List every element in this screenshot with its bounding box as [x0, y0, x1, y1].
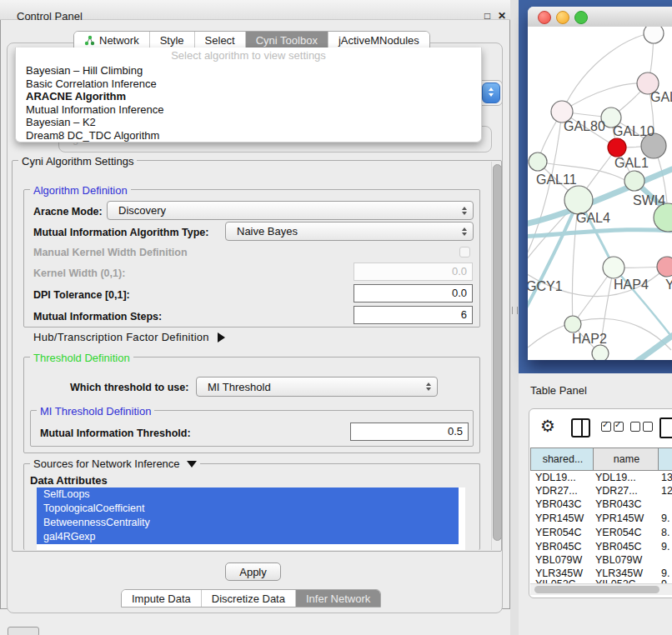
- settings-scrollbar[interactable]: [491, 162, 501, 550]
- table-cell[interactable]: YBR043C: [595, 498, 642, 512]
- tab-jactivemnodules[interactable]: jActiveMNodules: [328, 32, 429, 48]
- node-swi4[interactable]: [624, 171, 644, 191]
- table-cell[interactable]: YBR043C: [535, 498, 582, 512]
- network-canvas[interactable]: GAL GAL80 GAL10 GAL1 GAL11 SWI4 GAL4 GCY…: [528, 27, 672, 360]
- node-gal4[interactable]: [564, 186, 593, 214]
- combo-spinner-focused[interactable]: [482, 82, 500, 103]
- edges-teal: [528, 160, 672, 360]
- table-scrollbar-thumb[interactable]: [534, 586, 659, 593]
- node-bottom[interactable]: [592, 345, 609, 360]
- which-threshold-combo[interactable]: MI Threshold: [196, 377, 438, 397]
- network-icon: [84, 35, 95, 46]
- hub-definition-label: Hub/Transcription Factor Definition: [33, 331, 209, 343]
- minimize-window-icon[interactable]: [556, 11, 569, 24]
- column-header-shared-label: shared...: [543, 453, 584, 465]
- mi-threshold-input[interactable]: 0.5: [350, 422, 469, 441]
- table-cell[interactable]: 12: [661, 484, 672, 498]
- table-cell[interactable]: YBL079W: [535, 553, 582, 568]
- data-attributes-list: SelfLoops TopologicalCoefficient Between…: [37, 488, 465, 550]
- algorithm-dropdown-placeholder[interactable]: Select algorithm to view settings: [16, 48, 481, 64]
- column-header-shared[interactable]: shared...: [530, 448, 595, 471]
- threshold-title: Threshold Definition: [30, 352, 133, 364]
- table-cell[interactable]: 13: [661, 471, 672, 485]
- bottom-tabstrip: Impute Data Discretize Data Infer Networ…: [121, 589, 381, 608]
- tab-discretize-data[interactable]: Discretize Data: [201, 590, 295, 607]
- column-header-name[interactable]: name: [593, 448, 660, 471]
- manual-kernel-label: Manual Kernel Width Definition: [33, 247, 188, 258]
- hub-definition-expander[interactable]: Hub/Transcription Factor Definition: [33, 331, 225, 343]
- tab-infer-network-label: Infer Network: [306, 592, 370, 605]
- kernel-width-input[interactable]: 0.0: [354, 262, 473, 281]
- apply-button[interactable]: Apply: [225, 562, 281, 581]
- dropdown-item[interactable]: Bayesian – Hill Climbing: [16, 64, 481, 78]
- table-cell[interactable]: 9.: [661, 540, 669, 554]
- dropdown-item-selected[interactable]: ARACNE Algorithm: [16, 90, 481, 103]
- collapsed-toolbar-button[interactable]: [8, 627, 39, 635]
- table-cell[interactable]: YDR27...: [595, 484, 638, 498]
- node-y-partial[interactable]: [657, 257, 672, 277]
- close-window-icon[interactable]: [538, 11, 551, 24]
- table-widget: ⚙ shared... name YDL19... YDL19... 13 YD…: [529, 408, 672, 598]
- tab-infer-network[interactable]: Infer Network: [295, 590, 380, 607]
- node-gal11[interactable]: [529, 152, 547, 171]
- table-cell[interactable]: YBL079W: [595, 553, 642, 568]
- sources-expander[interactable]: Sources for Network Inference: [30, 458, 200, 470]
- node-label-gal11: GAL11: [536, 172, 577, 188]
- column-header-name-label: name: [614, 453, 639, 465]
- table-cell[interactable]: YDL19...: [595, 471, 636, 485]
- close-panel-icon[interactable]: ✕: [498, 10, 506, 22]
- table-cell[interactable]: YER054C: [535, 526, 582, 540]
- manual-kernel-checkbox[interactable]: [459, 247, 470, 258]
- table-cell[interactable]: YDR27...: [535, 484, 578, 498]
- zoom-window-icon[interactable]: [574, 11, 588, 24]
- attribute-item-selected[interactable]: BetweennessCentrality: [37, 516, 459, 530]
- node-label-gal-partial: GAL: [650, 90, 672, 105]
- float-panel-icon[interactable]: □: [484, 10, 490, 22]
- tab-network-label: Network: [99, 34, 139, 47]
- node-hap2[interactable]: [564, 316, 581, 332]
- table-horizontal-scrollbar[interactable]: [530, 583, 672, 595]
- mi-type-combo[interactable]: Naive Bayes: [225, 222, 474, 241]
- mi-steps-input[interactable]: 6: [354, 306, 473, 324]
- dropdown-item[interactable]: Basic Correlation Inference: [16, 78, 481, 91]
- dpi-tolerance-input[interactable]: 0.0: [354, 284, 473, 302]
- dropdown-item[interactable]: Bayesian – K2: [16, 116, 481, 129]
- table-cell[interactable]: 9.: [661, 512, 669, 526]
- combo-arrows-icon: [462, 207, 467, 215]
- table-cell[interactable]: YBR045C: [535, 540, 582, 554]
- settings-scrollbar-thumb[interactable]: [493, 164, 502, 541]
- checked-box-icon: [614, 422, 624, 432]
- panel-splitter[interactable]: [510, 0, 519, 635]
- aracne-mode-value: Discovery: [108, 204, 166, 217]
- attribute-item-selected[interactable]: gal4RGexp: [37, 530, 459, 544]
- node-hap4[interactable]: [603, 257, 624, 278]
- tab-impute-data[interactable]: Impute Data: [122, 590, 201, 607]
- table-cell[interactable]: YBR045C: [595, 540, 642, 554]
- export-table-icon[interactable]: [659, 418, 672, 438]
- deselect-all-icon[interactable]: [630, 422, 653, 432]
- dropdown-item[interactable]: Mutual Information Inference: [16, 103, 481, 117]
- mi-type-label: Mutual Information Algorithm Type:: [33, 227, 208, 238]
- column-header-partial[interactable]: [658, 448, 672, 471]
- gear-icon[interactable]: ⚙: [540, 418, 555, 434]
- tab-network[interactable]: Network: [74, 32, 149, 48]
- table-cell[interactable]: YDL19...: [535, 471, 576, 485]
- tab-cyni-toolbox[interactable]: Cyni Toolbox: [245, 32, 328, 48]
- aracne-mode-combo[interactable]: Discovery: [107, 201, 474, 220]
- node-gal1-selected[interactable]: [608, 138, 626, 157]
- table-cell[interactable]: YPR145W: [535, 512, 584, 526]
- tab-select[interactable]: Select: [194, 32, 245, 48]
- attribute-item-selected[interactable]: SelfLoops: [37, 488, 459, 502]
- tab-style[interactable]: Style: [149, 32, 194, 48]
- table-cell[interactable]: 8.: [661, 526, 669, 540]
- sources-title: Sources for Network Inference: [33, 458, 180, 470]
- node-label-gal1: GAL1: [614, 156, 649, 171]
- attribute-item-selected[interactable]: TopologicalCoefficient: [37, 502, 459, 516]
- column-view-icon[interactable]: [571, 418, 590, 438]
- dropdown-item[interactable]: Dream8 DC_TDC Algorithm: [16, 129, 481, 142]
- node-unlabeled[interactable]: [644, 27, 664, 43]
- data-attributes-label: Data Attributes: [30, 474, 108, 487]
- table-cell[interactable]: YER054C: [595, 526, 642, 540]
- select-all-icon[interactable]: [601, 422, 624, 432]
- table-cell[interactable]: YPR145W: [595, 512, 644, 526]
